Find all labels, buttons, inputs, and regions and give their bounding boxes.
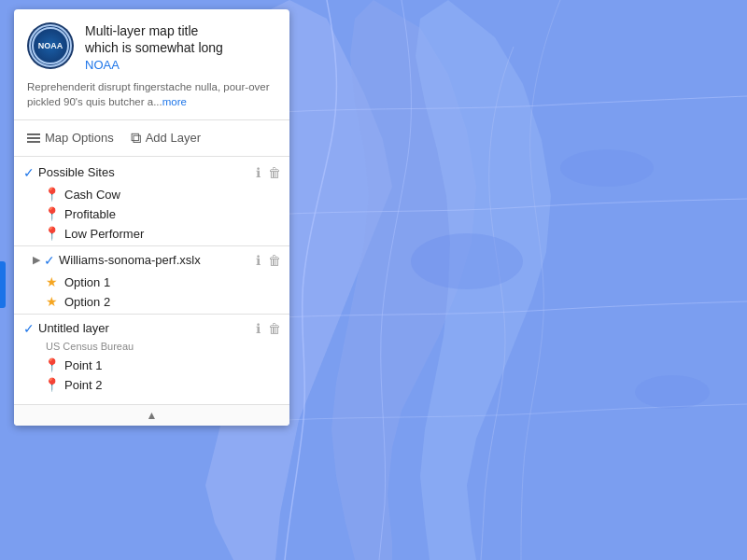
layer-check-williams-sonoma: ✓ [44, 253, 55, 268]
collapse-bar[interactable]: ▲ [14, 404, 289, 426]
list-item[interactable]: 📍 Point 2 [14, 375, 289, 395]
list-item[interactable]: 📍 Point 1 [14, 356, 289, 375]
item-label-profitable: Profitable [64, 207, 116, 221]
item-label-point2: Point 2 [64, 378, 102, 392]
pin-icon-yellow: 📍 [46, 208, 57, 219]
layer-header-williams-sonoma[interactable]: ▶ ✓ Williams-sonoma-perf.xslx ℹ 🗑 [14, 248, 289, 273]
pin-icon-blue-point1: 📍 [46, 359, 57, 371]
layer-group-untitled: ✓ Untitled layer ℹ 🗑 US Census Bureau 📍 … [14, 316, 289, 395]
layer-divider-2 [14, 314, 289, 315]
noaa-logo-text: NOAA [38, 41, 63, 50]
layers-icon: ⧉ [131, 130, 141, 147]
item-label-option2: Option 2 [64, 295, 110, 309]
list-item[interactable]: ★ Option 1 [14, 273, 289, 292]
hamburger-icon [27, 133, 40, 143]
layer-group-possible-sites: ✓ Possible Sites ℹ 🗑 📍 Cash Cow 📍 Profit… [14, 161, 289, 244]
layer-divider [14, 245, 289, 246]
map-options-button[interactable]: Map Options [27, 129, 114, 147]
layer-info-button-williams-sonoma[interactable]: ℹ [255, 252, 261, 269]
item-label-option1: Option 1 [64, 275, 110, 289]
toolbar: Map Options ⧉ Add Layer [14, 120, 289, 157]
star-icon-option2: ★ [46, 296, 57, 307]
map-title: Multi-layer map title which is somewhat … [85, 22, 223, 56]
layer-check-untitled: ✓ [23, 321, 35, 336]
layer-check-possible-sites: ✓ [23, 165, 35, 180]
pin-icon-blue-point2: 📍 [46, 379, 57, 390]
noaa-logo: NOAA [27, 22, 74, 69]
layer-delete-button-possible-sites[interactable]: 🗑 [267, 164, 282, 181]
layer-name-untitled: Untitled layer [38, 321, 255, 335]
layer-icons-untitled: ℹ 🗑 [255, 320, 282, 337]
sidebar-header: NOAA Multi-layer map title which is some… [14, 9, 289, 120]
layer-items-untitled: 📍 Point 1 📍 Point 2 [14, 356, 289, 395]
layer-name-williams-sonoma: Williams-sonoma-perf.xslx [59, 253, 255, 267]
layer-items-possible-sites: 📍 Cash Cow 📍 Profitable 📍 Low Performer [14, 185, 289, 244]
description-more-link[interactable]: more [162, 96, 187, 107]
svg-point-2 [635, 375, 710, 409]
layer-delete-button-williams-sonoma[interactable]: 🗑 [267, 252, 282, 269]
list-item[interactable]: 📍 Profitable [14, 204, 289, 224]
add-layer-button[interactable]: ⧉ Add Layer [131, 128, 201, 148]
pin-icon-green: 📍 [46, 189, 57, 200]
collapse-icon-bar: ▲ [147, 409, 158, 422]
pin-icon-red: 📍 [46, 228, 57, 239]
layer-header-untitled[interactable]: ✓ Untitled layer ℹ 🗑 [14, 316, 289, 341]
layer-info-button-possible-sites[interactable]: ℹ [255, 164, 261, 181]
list-item[interactable]: 📍 Low Performer [14, 224, 289, 244]
svg-point-1 [560, 149, 654, 187]
layers-list: ✓ Possible Sites ℹ 🗑 📍 Cash Cow 📍 Profit… [14, 157, 289, 404]
layer-delete-button-untitled[interactable]: 🗑 [267, 320, 282, 337]
noaa-logo-inner: NOAA [29, 24, 72, 67]
list-item[interactable]: 📍 Cash Cow [14, 185, 289, 204]
item-label-point1: Point 1 [64, 358, 102, 372]
header-text-block: Multi-layer map title which is somewhat … [85, 22, 223, 72]
map-description: Reprehenderit disrupt fingerstache nulla… [27, 79, 276, 109]
item-label-low-performer: Low Performer [64, 227, 144, 241]
left-sidebar-tab[interactable] [0, 261, 6, 308]
list-item[interactable]: ★ Option 2 [14, 292, 289, 312]
layer-icons-possible-sites: ℹ 🗑 [255, 164, 282, 181]
layer-group-williams-sonoma: ▶ ✓ Williams-sonoma-perf.xslx ℹ 🗑 ★ Opti… [14, 248, 289, 312]
item-label-cash-cow: Cash Cow [64, 188, 120, 202]
layer-header-possible-sites[interactable]: ✓ Possible Sites ℹ 🗑 [14, 161, 289, 185]
layer-name-possible-sites: Possible Sites [38, 165, 255, 179]
star-icon-option1: ★ [46, 276, 57, 287]
layer-source-untitled: US Census Bureau [14, 341, 289, 356]
collapse-icon: ▶ [33, 254, 40, 266]
layer-info-button-untitled[interactable]: ℹ [255, 320, 261, 337]
svg-point-0 [411, 233, 523, 289]
layer-items-williams-sonoma: ★ Option 1 ★ Option 2 [14, 273, 289, 312]
sidebar-panel: NOAA Multi-layer map title which is some… [14, 9, 289, 426]
layer-icons-williams-sonoma: ℹ 🗑 [255, 252, 282, 269]
map-subtitle[interactable]: NOAA [85, 58, 223, 72]
